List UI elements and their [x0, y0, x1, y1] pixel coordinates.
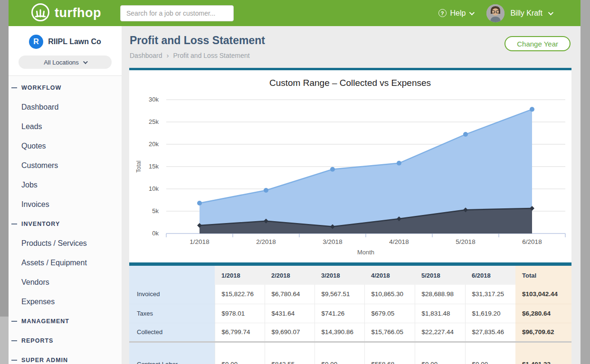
column-header-5-2018: 5/2018 — [415, 266, 465, 285]
search-input[interactable] — [120, 5, 234, 21]
section-dash-icon — [11, 340, 17, 341]
sidebar-section-reports[interactable]: REPORTS — [9, 331, 122, 350]
x-tick-label: 1/2018 — [190, 238, 209, 245]
sidebar-section-management[interactable]: MANAGEMENT — [9, 311, 122, 331]
table-spacer-row — [129, 342, 571, 355]
nav-label: Vendors — [21, 278, 49, 287]
sidebar-item-assets-equipment[interactable]: Assets / Equipment — [9, 253, 122, 272]
sidebar-item-jobs[interactable]: Jobs — [9, 175, 122, 195]
cell-taxes-total: $6,280.64 — [515, 304, 571, 323]
spacer-cell — [465, 342, 515, 355]
left-scrollbar[interactable] — [0, 0, 9, 364]
point-collected-2-2018[interactable] — [264, 188, 268, 193]
nav-label: Dashboard — [21, 103, 58, 112]
right-scrollbar[interactable] — [580, 0, 590, 364]
top-header: turfhop ? Help — [9, 0, 580, 26]
row-label: Contract Labor — [129, 355, 215, 364]
point-collected-6-2018[interactable] — [530, 107, 534, 112]
cell-invoiced-3-2018: $9,567.51 — [314, 285, 364, 304]
row-label: Collected — [129, 323, 215, 342]
column-header-6-2018: 6/2018 — [465, 266, 515, 285]
point-collected-1-2018[interactable] — [197, 201, 202, 205]
cell-taxes-1-2018: $978.01 — [215, 304, 265, 323]
sidebar-item-dashboard[interactable]: Dashboard — [9, 97, 122, 117]
cell-taxes-2-2018: $431.64 — [265, 304, 314, 323]
sidebar-item-quotes[interactable]: Quotes — [9, 136, 122, 156]
user-menu[interactable]: Billy Kraft — [486, 4, 552, 22]
y-axis-label: Total — [135, 160, 142, 172]
help-icon: ? — [438, 9, 447, 17]
cell-taxes-6-2018: $1,619.20 — [465, 304, 515, 323]
company-name: RIIPL Lawn Co — [48, 37, 101, 46]
user-name: Billy Kraft — [510, 9, 542, 18]
nav-label: Leads — [21, 122, 42, 131]
table-row-invoiced: Invoiced$15,822.76$6,780.64$9,567.51$10,… — [129, 285, 571, 304]
row-label: Taxes — [129, 304, 215, 323]
help-label: Help — [450, 9, 466, 18]
chart-title: Custom Range – Collected vs Expenses — [269, 78, 431, 88]
nav-label: MANAGEMENT — [21, 318, 69, 325]
y-tick-label: 25k — [149, 118, 159, 125]
cell-contract-labor-total: $1,401.23 — [515, 355, 571, 364]
section-dash-icon — [11, 360, 17, 361]
sidebar-section-super-admin[interactable]: SUPER ADMIN — [9, 350, 122, 364]
sidebar-item-expenses[interactable]: Expenses — [9, 292, 122, 311]
breadcrumb-dashboard[interactable]: Dashboard — [130, 52, 162, 59]
x-tick-label: 4/2018 — [389, 238, 409, 245]
nav-label: INVENTORY — [21, 221, 60, 227]
sidebar-item-invoices[interactable]: Invoices — [9, 195, 122, 214]
point-collected-4-2018[interactable] — [397, 161, 401, 166]
row-label: Invoiced — [129, 285, 215, 304]
cell-invoiced-2-2018: $6,780.64 — [265, 285, 314, 304]
y-tick-label: 20k — [149, 140, 159, 148]
sidebar-item-vendors[interactable]: Vendors — [9, 272, 122, 292]
cell-taxes-4-2018: $679.05 — [364, 304, 415, 323]
column-header-2-2018: 2/2018 — [265, 266, 314, 285]
x-tick-label: 6/2018 — [522, 238, 542, 245]
sidebar-item-leads[interactable]: Leads — [9, 117, 122, 136]
table-row-taxes: Taxes$978.01$431.64$741.26$679.05$1,831.… — [129, 304, 571, 323]
sidebar-item-products-services[interactable]: Products / Services — [9, 233, 122, 253]
cell-taxes-3-2018: $741.26 — [314, 304, 364, 323]
cell-invoiced-1-2018: $15,822.76 — [215, 285, 265, 304]
breadcrumb-current: Profit and Loss Statement — [173, 52, 250, 59]
cell-contract-labor-1-2018: $0.00 — [215, 355, 265, 364]
column-header-1-2018: 1/2018 — [215, 266, 265, 285]
nav-label: Assets / Equipment — [21, 259, 87, 267]
location-filter-dropdown[interactable]: All Locations — [19, 56, 112, 69]
spacer-cell — [215, 342, 265, 355]
column-header-total: Total — [515, 266, 571, 285]
sidebar-section-inventory[interactable]: INVENTORY — [9, 214, 122, 233]
pl-chart-card: Custom Range – Collected vs Expenses0k5k… — [129, 68, 571, 262]
x-tick-label: 2/2018 — [256, 238, 276, 245]
x-tick-label: 3/2018 — [323, 238, 342, 245]
cell-invoiced-6-2018: $31,317.25 — [465, 285, 515, 304]
sidebar-nav: WORKFLOWDashboardLeadsQuotesCustomersJob… — [9, 78, 122, 364]
left-scrollbar-thumb[interactable] — [0, 0, 9, 317]
section-dash-icon — [11, 224, 17, 224]
spacer-cell — [265, 342, 314, 355]
sidebar-item-customers[interactable]: Customers — [9, 156, 122, 175]
cell-collected-1-2018: $6,799.74 — [215, 323, 265, 342]
brand-name: turfhop — [55, 6, 101, 20]
sidebar-section-workflow[interactable]: WORKFLOW — [9, 78, 122, 97]
point-collected-5-2018[interactable] — [463, 132, 468, 137]
breadcrumb: Dashboard › Profit and Loss Statement — [130, 51, 571, 59]
cell-invoiced-5-2018: $28,688.98 — [415, 285, 465, 304]
company-section: R RIIPL Lawn Co All Locations — [9, 26, 122, 76]
nav-label: Quotes — [21, 142, 46, 150]
x-axis-label: Month — [357, 249, 374, 256]
change-year-button[interactable]: Change Year — [504, 36, 571, 51]
brand-logo[interactable]: turfhop — [31, 3, 101, 24]
column-header-4-2018: 4/2018 — [364, 266, 415, 285]
nav-label: Expenses — [21, 298, 55, 306]
cell-collected-total: $96,709.62 — [515, 323, 571, 342]
section-dash-icon — [11, 321, 17, 322]
table-header-row: 1/20182/20183/20184/20185/20186/2018Tota… — [129, 266, 571, 285]
chevron-down-icon — [469, 9, 475, 15]
point-collected-3-2018[interactable] — [330, 167, 335, 172]
help-menu[interactable]: ? Help — [438, 9, 474, 18]
cell-collected-6-2018: $27,835.46 — [465, 323, 515, 342]
column-header-3-2018: 3/2018 — [314, 266, 364, 285]
cell-invoiced-4-2018: $10,865.30 — [364, 285, 415, 304]
